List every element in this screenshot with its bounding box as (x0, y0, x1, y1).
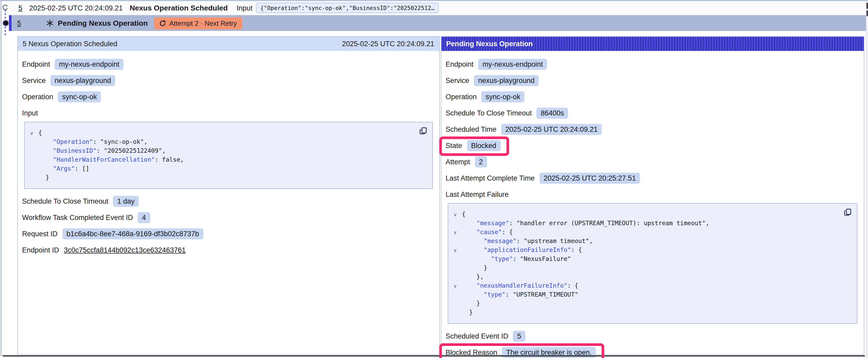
field-label: Service (22, 76, 46, 84)
copy-icon[interactable] (843, 208, 851, 216)
pending-asterisk-icon (46, 20, 54, 27)
field-row-attempt: Attempt2 (445, 156, 859, 167)
json-text: { (38, 129, 42, 136)
code-line: ∨ "cause": { (453, 228, 849, 237)
json-key: "type" (484, 291, 505, 298)
copy-icon[interactable] (419, 127, 427, 135)
scheduled-panel-title: 5 Nexus Operation Scheduled (23, 40, 117, 48)
code-line: "BusinessID": "20250225122409", (29, 147, 425, 155)
json-text (462, 291, 484, 298)
field-value-link[interactable]: 3c0c75ccfa8144b092c13ce632463761 (64, 246, 186, 254)
field-value-chip: 1 day (113, 196, 139, 206)
collapse-chevron-icon[interactable]: ∨ (454, 228, 457, 237)
code-line: ∨{ (29, 129, 425, 137)
event-detail-panel-scheduled: 5 Nexus Operation Scheduled 2025-02-25 U… (17, 36, 439, 355)
code-line: "message": "handler error (UPSTREAM_TIME… (453, 219, 849, 228)
field-row-schedule-to-close-timeout: Schedule To Close Timeout86400s (445, 107, 859, 119)
code-line: "Args": [] (29, 164, 425, 173)
field-label: State (445, 141, 462, 149)
collapse-chevron-icon[interactable]: ∨ (454, 210, 457, 220)
field-value-chip: 4 (138, 212, 150, 223)
code-line: "Operation": "sync-op-ok", (29, 137, 425, 147)
left-divider (1, 1, 2, 356)
field-row-endpoint: Endpointmy-nexus-endpoint (445, 58, 859, 70)
field-row-operation: Operationsync-op-ok (22, 91, 435, 102)
json-key: "BusinessID" (53, 147, 96, 154)
json-text: } (462, 300, 480, 307)
json-code-block-input_json: ∨{ "Operation": "sync-op-ok", "BusinessI… (24, 122, 433, 189)
collapse-chevron-icon[interactable]: ∨ (454, 246, 457, 255)
field-value-chip: 2025-02-25 UTC 20:25:27.51 (539, 172, 640, 184)
collapse-chevron-icon[interactable]: ∨ (30, 129, 33, 138)
field-value-chip: 5 (513, 330, 525, 341)
json-text: : [] (75, 165, 89, 172)
field-label: Workflow Task Completed Event ID (22, 214, 133, 221)
scheduled-panel-header: 5 Nexus Operation Scheduled 2025-02-25 U… (18, 37, 439, 51)
json-text: : { (571, 246, 582, 254)
scrollbar-thumb[interactable] (866, 10, 868, 16)
pending-operation-title: Pending Nexus Operation (58, 19, 148, 27)
event-id-link[interactable]: 5 (17, 19, 21, 27)
field-row-last-attempt-complete-time: Last Attempt Complete Time2025-02-25 UTC… (445, 172, 859, 184)
event-row-scheduled[interactable]: 5 2025-02-25 UTC 20:24:09.21 Nexus Opera… (7, 1, 866, 15)
json-text: } (38, 174, 50, 181)
field-row-request-id: Request IDb1c6a4bc-8ee7-468a-9169-df3b02… (22, 228, 435, 239)
json-key: "cause" (476, 228, 502, 236)
field-label: Last Attempt Complete Time (445, 174, 535, 182)
event-history-screen: 5 2025-02-25 UTC 20:24:09.21 Nexus Opera… (0, 0, 868, 358)
json-text: : { (567, 282, 579, 289)
json-key: "applicationFailureInfo" (484, 246, 571, 254)
json-text: }, (462, 273, 484, 280)
event-row-pending-selected[interactable]: 5 Pending Nexus Operation Attempt 2 · Ne… (11, 15, 866, 31)
code-line: "HandlerWaitForCancellation": false, (29, 155, 425, 164)
scrollbar-thumb[interactable] (866, 3, 868, 9)
field-label: Input (22, 109, 38, 117)
json-text (462, 228, 476, 236)
code-line: "message": "upstream timeout", (453, 237, 849, 246)
scrollbar-track[interactable] (866, 1, 868, 358)
event-title: Nexus Operation Scheduled (129, 4, 227, 12)
retry-status-badge: Attempt 2 · Next Retry (154, 17, 242, 29)
code-line: "type": "UPSTREAM_TIMEOUT" (453, 290, 849, 299)
field-label: Attempt (445, 158, 470, 166)
json-text: : "handler error (UPSTREAM_TIMEOUT): ups… (509, 220, 709, 227)
scheduled-panel-body: Endpointmy-nexus-endpointServicenexus-pl… (18, 51, 439, 256)
event-id-link[interactable]: 5 (19, 4, 22, 12)
field-row-schedule-to-close-timeout: Schedule To Close Timeout1 day (22, 195, 435, 207)
field-row-service: Servicenexus-playground (445, 74, 859, 86)
retry-icon (159, 20, 166, 27)
field-label: Operation (445, 93, 477, 100)
json-text (462, 255, 491, 262)
json-text (462, 220, 476, 227)
collapse-chevron-icon[interactable]: ∨ (454, 282, 457, 291)
json-key: "message" (476, 220, 509, 227)
json-code-block-failure_json: ∨{ "message": "handler error (UPSTREAM_T… (448, 203, 857, 324)
field-label: Endpoint (22, 60, 50, 68)
field-label: Scheduled Event ID (445, 332, 508, 340)
field-row-service: Servicenexus-playground (22, 74, 435, 86)
code-line: ∨{ (453, 210, 849, 219)
json-key: "Operation" (53, 138, 93, 145)
json-text (462, 237, 484, 245)
event-input-preview-chip[interactable]: {"Operation":"sync-op-ok","BusinessID":"… (256, 3, 439, 13)
field-label: Endpoint (445, 60, 474, 68)
scheduled-panel-timestamp: 2025-02-25 UTC 20:24:09.21 (342, 40, 434, 48)
field-value-chip: b1c6a4bc-8ee7-468a-9169-df3b02c8737b (62, 228, 203, 239)
timeline-event-dot-icon[interactable] (3, 4, 8, 10)
event-input-label: Input (237, 4, 252, 12)
field-label: Request ID (22, 230, 58, 237)
field-value-chip: sync-op-ok (482, 91, 525, 102)
code-line: } (453, 263, 849, 272)
json-key: "Args" (53, 165, 74, 172)
field-label: Schedule To Close Timeout (445, 109, 532, 117)
field-value-chip: sync-op-ok (58, 91, 101, 102)
json-key: "HandlerWaitForCancellation" (53, 156, 155, 163)
field-row-endpoint: Endpointmy-nexus-endpoint (22, 58, 435, 70)
field-value-chip: 2 (475, 156, 487, 167)
json-text (38, 138, 53, 145)
timeline-selected-dot-icon[interactable] (3, 21, 8, 26)
json-text (462, 246, 484, 254)
code-line: ∨ "applicationFailureInfo": { (453, 246, 849, 255)
json-key: "type" (491, 255, 513, 262)
field-value-chip: nexus-playground (474, 75, 539, 86)
